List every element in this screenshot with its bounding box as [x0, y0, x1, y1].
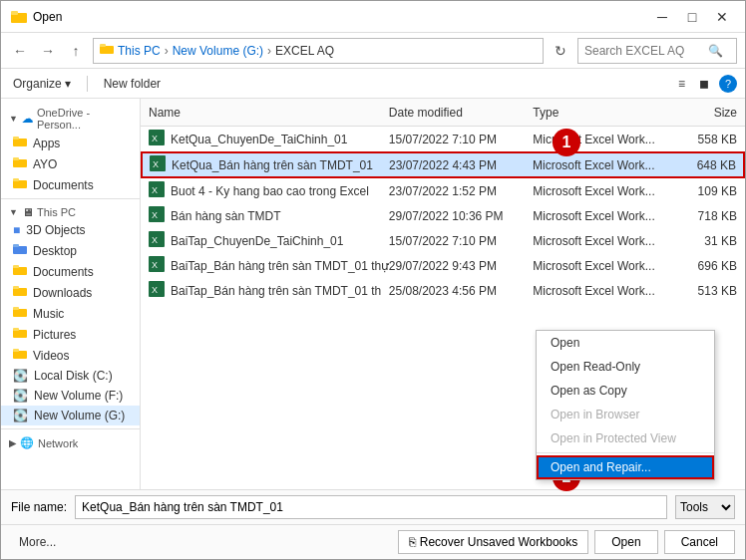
- filetype-select[interactable]: Tools: [675, 495, 735, 519]
- file-size-cell: 558 KB: [677, 133, 737, 146]
- breadcrumb-excelaq[interactable]: EXCEL AQ: [275, 44, 334, 58]
- videos-folder-icon: [13, 348, 27, 363]
- svg-rect-18: [13, 330, 27, 338]
- breadcrumb-sep2: ›: [267, 44, 271, 58]
- table-row[interactable]: X Bán hàng sàn TMDT 29/07/2022 10:36 PM …: [141, 203, 745, 228]
- title-bar-left: Open: [11, 9, 62, 25]
- minimize-button[interactable]: ─: [649, 7, 675, 27]
- sidebar-item-3dobjects[interactable]: ■ 3D Objects: [1, 220, 140, 240]
- excel-icon: X: [149, 130, 165, 148]
- ayo-folder-icon: [13, 156, 27, 171]
- file-name-cell: X Buot 4 - Ky hang bao cao trong Excel: [149, 181, 389, 200]
- localc-label: Local Disk (C:): [34, 369, 113, 383]
- col-name-header[interactable]: Name: [149, 106, 389, 120]
- ctx-open-as-copy[interactable]: Open as Copy: [537, 379, 714, 403]
- ctx-divider: [537, 452, 714, 453]
- table-row[interactable]: X KetQua_Bán hàng trên sàn TMDT_01 23/07…: [141, 151, 745, 178]
- search-input[interactable]: [584, 44, 704, 58]
- col-type-header[interactable]: Type: [533, 106, 676, 120]
- svg-rect-16: [13, 309, 27, 317]
- sidebar-item-pictures[interactable]: Pictures: [1, 324, 140, 345]
- file-type-cell: Microsoft Excel Work...: [533, 259, 676, 273]
- music-label: Music: [33, 307, 64, 321]
- sidebar-network-section[interactable]: ▶ 🌐 Network: [1, 432, 140, 451]
- forward-button[interactable]: →: [37, 40, 59, 62]
- col-date-header[interactable]: Date modified: [389, 106, 533, 120]
- breadcrumb-thispc[interactable]: This PC: [118, 44, 161, 58]
- organize-label: Organize: [13, 77, 62, 91]
- sidebar-item-documents-pc[interactable]: Documents: [1, 261, 140, 282]
- close-button[interactable]: ✕: [709, 7, 735, 27]
- sidebar-item-ayo[interactable]: AYO: [1, 153, 140, 174]
- file-date-cell: 15/07/2022 7:10 PM: [389, 133, 533, 146]
- svg-rect-10: [13, 246, 27, 254]
- recover-workbooks-button[interactable]: ⎘ Recover Unsaved Workbooks: [398, 530, 589, 554]
- table-row[interactable]: X BaiTap_Bán hàng trên sàn TMDT_01 th 25…: [141, 278, 745, 303]
- search-box[interactable]: 🔍: [577, 38, 737, 64]
- breadcrumb[interactable]: This PC › New Volume (G:) › EXCEL AQ: [93, 38, 544, 64]
- svg-text:X: X: [152, 210, 158, 220]
- ctx-open-readonly[interactable]: Open Read-Only: [537, 355, 714, 379]
- pictures-label: Pictures: [33, 328, 76, 342]
- back-button[interactable]: ←: [9, 40, 31, 62]
- svg-rect-3: [100, 44, 106, 47]
- documents-pc-folder-icon: [13, 264, 27, 279]
- svg-rect-21: [13, 349, 19, 352]
- table-row[interactable]: X BaiTap_Bán hàng trên sàn TMDT_01 thực …: [141, 253, 745, 278]
- sidebar-item-music[interactable]: Music: [1, 303, 140, 324]
- file-date-cell: 29/07/2022 10:36 PM: [389, 209, 533, 223]
- table-row[interactable]: X KetQua_ChuyenDe_TaiChinh_01 15/07/2022…: [141, 127, 745, 151]
- file-date-cell: 15/07/2022 7:10 PM: [389, 234, 533, 248]
- bottom-bar: File name: Tools: [1, 489, 745, 524]
- newvolumeg-label: New Volume (G:): [34, 409, 125, 422]
- pictures-folder-icon: [13, 327, 27, 342]
- svg-rect-2: [100, 46, 114, 54]
- table-row[interactable]: X BaiTap_ChuyenDe_TaiChinh_01 15/07/2022…: [141, 228, 745, 253]
- file-date-cell: 23/07/2022 4:43 PM: [389, 158, 533, 172]
- svg-rect-7: [13, 157, 19, 160]
- svg-rect-4: [13, 139, 27, 146]
- open-dialog: Open ─ □ ✕ ← → ↑ This PC › New Volume (G…: [0, 0, 746, 560]
- sidebar-item-localc[interactable]: 💽 Local Disk (C:): [1, 366, 140, 386]
- cancel-button[interactable]: Cancel: [664, 530, 735, 554]
- maximize-button[interactable]: □: [679, 7, 705, 27]
- filename-input[interactable]: [75, 495, 667, 519]
- ctx-open[interactable]: Open: [537, 331, 714, 355]
- excel-icon: X: [150, 155, 166, 174]
- breadcrumb-newvolume[interactable]: New Volume (G:): [173, 44, 263, 58]
- more-button[interactable]: More...: [11, 532, 64, 552]
- open-button[interactable]: Open: [594, 530, 657, 554]
- column-headers: Name Date modified Type Size: [141, 99, 745, 127]
- new-folder-button[interactable]: New folder: [100, 75, 165, 93]
- col-size-header[interactable]: Size: [677, 106, 737, 120]
- folder-icon-small: [100, 43, 114, 58]
- layout-button[interactable]: ◼: [695, 75, 713, 93]
- help-button[interactable]: ?: [719, 75, 737, 93]
- documents-od-folder-icon: [13, 177, 27, 192]
- recover-label: Recover Unsaved Workbooks: [420, 535, 578, 549]
- view-button[interactable]: ≡: [674, 75, 689, 93]
- ctx-open-and-repair[interactable]: Open and Repair...: [537, 455, 714, 479]
- sidebar-onedrive-section[interactable]: ▼ ☁ OneDrive - Person...: [1, 103, 140, 133]
- thispc-label: This PC: [37, 206, 76, 218]
- organize-button[interactable]: Organize ▾: [9, 75, 75, 93]
- refresh-button[interactable]: ↻: [550, 40, 571, 62]
- sidebar-item-newvolumef[interactable]: 💽 New Volume (F:): [1, 386, 140, 406]
- sidebar-item-newvolumeg[interactable]: 💽 New Volume (G:): [1, 406, 140, 425]
- onedrive-label: OneDrive - Person...: [37, 107, 132, 131]
- file-type-cell: Microsoft Excel Work...: [533, 209, 676, 223]
- sidebar-item-documents-od[interactable]: Documents: [1, 174, 140, 195]
- up-button[interactable]: ↑: [65, 40, 87, 62]
- sidebar-item-apps[interactable]: Apps: [1, 133, 140, 153]
- excel-icon: X: [149, 256, 165, 275]
- sidebar-item-videos[interactable]: Videos: [1, 345, 140, 366]
- svg-text:X: X: [152, 185, 158, 195]
- file-size-cell: 648 KB: [676, 158, 736, 172]
- table-row[interactable]: X Buot 4 - Ky hang bao cao trong Excel 2…: [141, 178, 745, 203]
- svg-text:X: X: [152, 134, 158, 143]
- sidebar-item-desktop[interactable]: Desktop: [1, 240, 140, 261]
- sidebar-item-downloads[interactable]: Downloads: [1, 282, 140, 303]
- network-icon: 🌐: [20, 436, 34, 449]
- sidebar-thispc-section[interactable]: ▼ 🖥 This PC: [1, 202, 140, 220]
- title-bar: Open ─ □ ✕: [1, 1, 745, 33]
